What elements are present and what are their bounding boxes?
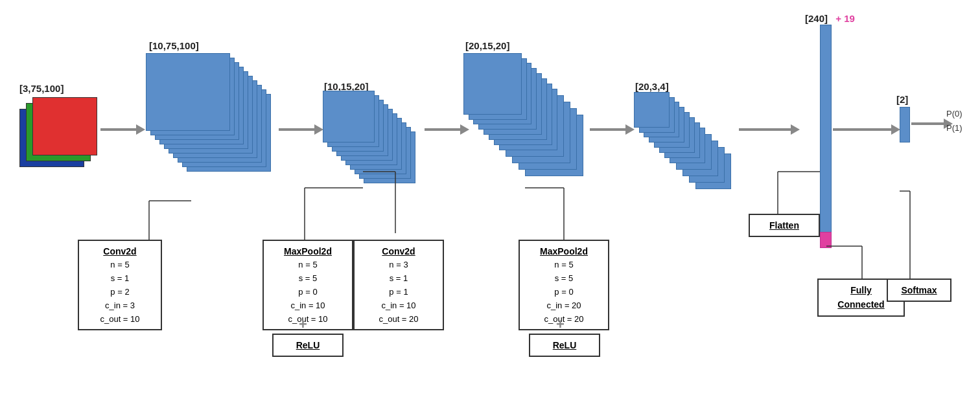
p0-label: P(0) [946, 109, 962, 119]
relu2-info-box: ReLU [529, 334, 600, 357]
conv2-info-box: Conv2d n = 3 s = 1 p = 1 c_in = 10 c_out… [353, 240, 444, 330]
flatten-pink-segment [820, 232, 832, 248]
arrow-1 [100, 124, 145, 135]
neural-network-diagram: [3,75,100] [10,75,100] [10,15,20] [0, 0, 980, 410]
pool2-title: MaxPool2d [526, 244, 601, 258]
arrow-line-7 [911, 122, 944, 125]
arrow-line-5 [739, 128, 791, 131]
flatten-title: Flatten [756, 218, 812, 233]
arrow-4 [590, 124, 635, 135]
arrow-line-2 [279, 128, 314, 131]
relu1-info-box: ReLU [272, 334, 344, 357]
arrow-6 [833, 124, 900, 135]
fc-title-word1: Fully [850, 285, 872, 295]
arrow-head-6 [891, 124, 900, 135]
softmax-title: Softmax [894, 283, 944, 297]
arrow-line-3 [425, 128, 460, 131]
pool1-param-cin: c_in = 10 [270, 299, 345, 313]
pool1-param-cout: c_out = 10 [270, 313, 345, 326]
conv2-title: Conv2d [361, 244, 436, 258]
pool1-info-box: MaxPool2d n = 5 s = 5 p = 0 c_in = 10 c_… [262, 240, 353, 330]
arrow-head-1 [136, 124, 145, 135]
conv2-param-s: s = 1 [361, 272, 436, 286]
flatten-shape-text: [240] [805, 13, 828, 24]
plus-symbol-2: + [556, 316, 565, 333]
arrow-head-5 [791, 124, 800, 135]
conv1-param-s: s = 1 [86, 272, 154, 286]
arrow-line-1 [100, 128, 136, 131]
conv1-param-n: n = 5 [86, 258, 154, 272]
arrow-5 [739, 124, 800, 135]
conv1-param-cout: c_out = 10 [86, 313, 154, 326]
fmap3-shape-label: [20,15,20] [465, 40, 509, 51]
p1-label: P(1) [946, 123, 962, 133]
fmap4-layer-12 [634, 92, 670, 128]
input-red-channel [32, 97, 97, 155]
softmax-info-box: Softmax [887, 279, 951, 302]
pool1-param-s: s = 5 [270, 272, 345, 286]
fmap1-shape-label: [10,75,100] [149, 40, 199, 51]
plus19-label: + 19 [835, 13, 855, 24]
relu2-title: ReLU [537, 338, 592, 352]
input-shape-label: [3,75,100] [19, 83, 64, 94]
arrow-head-4 [625, 124, 635, 135]
pool1-title: MaxPool2d [270, 244, 345, 258]
pool2-param-cin: c_in = 20 [526, 299, 601, 313]
relu1-title: ReLU [280, 338, 336, 352]
pool2-param-p: p = 0 [526, 286, 601, 299]
conv2-param-n: n = 3 [361, 258, 436, 272]
flatten-shape-label: [240] + 19 [805, 13, 855, 24]
arrow-3 [425, 124, 469, 135]
conv2-param-cout: c_out = 20 [361, 313, 436, 326]
pool2-param-n: n = 5 [526, 258, 601, 272]
pool1-param-p: p = 0 [270, 286, 345, 299]
flatten-bar [820, 25, 832, 245]
conv1-param-p: p = 2 [86, 286, 154, 299]
output-shape-label: [2] [896, 94, 908, 105]
conv2-param-p: p = 1 [361, 286, 436, 299]
arrow-head-3 [460, 124, 469, 135]
conv2-param-cin: c_in = 10 [361, 299, 436, 313]
flatten-info-box: Flatten [749, 214, 820, 237]
fmap4-shape-label: [20,3,4] [635, 81, 669, 92]
fmap1-layer-10 [146, 53, 230, 131]
arrow-head-2 [314, 124, 323, 135]
output-node [900, 107, 910, 142]
arrow-line-6 [833, 128, 891, 131]
arrow-2 [279, 124, 323, 135]
fc-title-word2: Connected [837, 299, 884, 310]
conv1-param-cin: c_in = 3 [86, 299, 154, 313]
pool1-param-n: n = 5 [270, 258, 345, 272]
conv1-info-box: Conv2d n = 5 s = 1 p = 2 c_in = 3 c_out … [78, 240, 162, 330]
fmap3-layer-12 [463, 53, 522, 115]
plus-symbol-1: + [299, 316, 307, 333]
pool2-param-s: s = 5 [526, 272, 601, 286]
conv1-title: Conv2d [86, 244, 154, 258]
fmap2-layer-10 [323, 91, 375, 142]
arrow-line-4 [590, 128, 625, 131]
